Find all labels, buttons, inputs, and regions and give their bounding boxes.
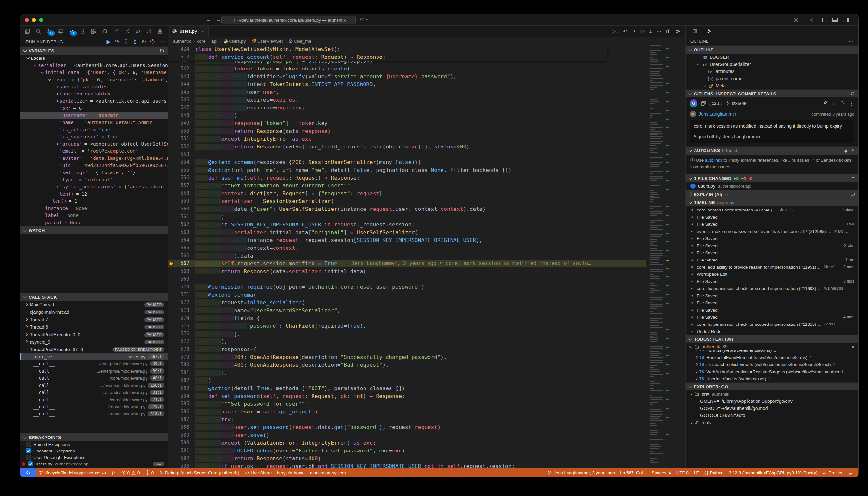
go-env-var[interactable]: GOENV=~/Library/Application Support/go/e… bbox=[686, 398, 858, 405]
settings-gear-icon[interactable] bbox=[806, 15, 816, 25]
stack-frame-row[interactable]: __call__.../enterprise/middleware.py39:1 bbox=[20, 367, 168, 374]
autolinks-section-header[interactable]: AUTOLINKS 0 found ◆ bbox=[686, 146, 858, 155]
status-item[interactable]: beryjuio-home bbox=[275, 468, 308, 477]
timeline-item[interactable]: File Saved bbox=[686, 249, 858, 256]
author-link[interactable]: Jens Langhammer bbox=[699, 111, 737, 117]
stack-frame-row[interactable]: __call__.../root/middleware.py275:1 bbox=[20, 403, 168, 410]
timeline-item[interactable]: File Saved4 mos bbox=[686, 313, 858, 321]
code-line-567[interactable]: 567········self.request.session.modified… bbox=[168, 260, 647, 267]
timeline-item[interactable]: events: make sure password set event has… bbox=[686, 228, 858, 235]
stack-frame-row[interactable]: __call__.../enterprise/middleware.py39:1 bbox=[20, 360, 168, 367]
zoom-window-button[interactable] bbox=[39, 18, 43, 22]
variable-row[interactable]: 'avatar'= 'data:image/svg+xml;base64,PHN… bbox=[20, 155, 168, 162]
code-line-572[interactable]: 572········request=inline_serializer( bbox=[168, 298, 647, 306]
step-out-button[interactable]: ↥ bbox=[133, 38, 137, 45]
code-line-568[interactable]: 568········return Response(data=serializ… bbox=[168, 267, 647, 275]
tab-users-py[interactable]: users.py × bbox=[168, 26, 208, 37]
code-line-557[interactable]: 557········"""Get information about curr… bbox=[168, 182, 647, 189]
thread-row[interactable]: Thread-7PAUSED bbox=[20, 316, 168, 323]
go-env-var[interactable]: GOTOOLCHAIN=auto bbox=[686, 412, 858, 419]
variable-row[interactable]: 'is_superuser'= True bbox=[20, 133, 168, 140]
code-line-578[interactable]: 578········responses={ bbox=[168, 345, 647, 353]
go-env-var[interactable]: GOMOD=~/dev/authentik/go.mod bbox=[686, 405, 858, 412]
code-area[interactable]: 424class UserViewSet(UsedByMixin, ModelV… bbox=[168, 45, 685, 468]
code-line-424[interactable]: 424class UserViewSet(UsedByMixin, ModelV… bbox=[168, 45, 607, 53]
code-line-547[interactable]: 547················expiring=expiring, bbox=[168, 104, 647, 111]
debug-icon[interactable]: 1 bbox=[66, 26, 77, 36]
variables-section-header[interactable]: VARIABLES bbox=[20, 46, 168, 55]
go-tools-folder[interactable]: tools bbox=[686, 419, 858, 426]
code-line-586[interactable]: 586········user: User = self.get_object(… bbox=[168, 408, 647, 416]
status-item[interactable]: 00 bbox=[119, 468, 143, 477]
changed-file-row[interactable]: ± users.py authentik/core/api bbox=[686, 182, 858, 190]
code-line-583[interactable]: 583····@action(detail=True, methods=["PO… bbox=[168, 384, 647, 392]
code-line-569[interactable]: 569 bbox=[168, 275, 647, 283]
minimize-window-button[interactable] bbox=[32, 18, 36, 22]
code-line-549[interactable]: 549············response["token"] = token… bbox=[168, 119, 647, 127]
status-item[interactable]: Spaces: 4 bbox=[649, 468, 674, 477]
code-line-554[interactable]: 554····@extend_schema(responses={200: Se… bbox=[168, 158, 647, 166]
code-line-546[interactable]: 546················expires=expires, bbox=[168, 96, 647, 104]
refresh-icon[interactable] bbox=[851, 91, 855, 96]
code-line-559[interactable]: 559········serializer = SessionUserSeria… bbox=[168, 197, 647, 205]
explorer-go-section-header[interactable]: EXPLORER: GO bbox=[686, 382, 858, 390]
variable-row[interactable]: 'settings'= {'locale': ''} bbox=[20, 169, 168, 176]
code-line-581[interactable]: 581········}, bbox=[168, 369, 647, 376]
timeline-item[interactable]: File Saved3 mos bbox=[686, 278, 858, 285]
compare-icon[interactable] bbox=[841, 100, 845, 107]
timeline-item[interactable]: File Saved2 wks bbox=[686, 242, 858, 249]
code-line-550[interactable]: 550············return Response(data=resp… bbox=[168, 127, 647, 135]
stack-frame-row[interactable]: __call__.../events/middleware.py156:1 bbox=[20, 382, 168, 389]
outline-view-icon[interactable] bbox=[691, 26, 699, 36]
code-line-573[interactable]: 573············name="UserPasswordSetSeri… bbox=[168, 306, 647, 314]
window-controls[interactable] bbox=[20, 18, 54, 22]
commits-stack-icon[interactable] bbox=[701, 101, 706, 106]
code-line-577[interactable]: 577········), bbox=[168, 338, 647, 345]
timeline-section-header[interactable]: TIMELINE users.py bbox=[686, 198, 858, 206]
stack-frame-row[interactable]: __call__.../core/middleware.py48:1 bbox=[20, 374, 168, 382]
code-line-587[interactable]: 587········try: bbox=[168, 416, 647, 423]
timeline-item[interactable]: core: fix permission check for scoped im… bbox=[686, 285, 858, 292]
files-changed-section-header[interactable]: 1 FILE CHANGED +0 ~1 -0 ≣ bbox=[686, 174, 858, 182]
variable-row[interactable]: len()= 1 bbox=[20, 198, 168, 205]
history-back-icon[interactable]: ← bbox=[206, 17, 211, 23]
status-item[interactable]: { }Python bbox=[702, 468, 726, 477]
timeline-item[interactable]: File Saved bbox=[686, 292, 858, 299]
code-line-590[interactable]: 590········except (ValidationError, Inte… bbox=[168, 439, 647, 447]
code-line-564[interactable]: 564················instance=request._req… bbox=[168, 236, 647, 244]
status-item[interactable]: Prettier bbox=[820, 468, 845, 477]
breakpoints-section-header[interactable]: BREAKPOINTS bbox=[20, 433, 168, 441]
variable-row[interactable]: 'is_active'= True bbox=[20, 126, 168, 133]
status-item[interactable]: Ln 567, Col 1 bbox=[618, 468, 649, 477]
code-line-558[interactable]: 558········context: dict[str, Request] =… bbox=[168, 189, 647, 197]
files-icon[interactable] bbox=[22, 26, 32, 36]
commit-sha[interactable]: f285096 bbox=[725, 101, 747, 106]
step-back-icon[interactable]: ↶ bbox=[623, 28, 627, 34]
thread-row[interactable]: asyncio_0PAUSED bbox=[20, 338, 168, 346]
accounts-icon[interactable] bbox=[791, 15, 801, 25]
continue-button[interactable]: ▶︎ bbox=[106, 38, 110, 45]
minimap[interactable] bbox=[649, 45, 664, 468]
outline-item[interactable]: [⊘]parent_name bbox=[686, 75, 858, 82]
status-item[interactable]: 3.12.8 ('authentik-xEAhpGPh-py3.12': Poe… bbox=[726, 468, 820, 477]
github-icon[interactable] bbox=[100, 26, 110, 36]
ahead-behind-pill[interactable]: 12 ± bbox=[709, 101, 722, 106]
variable-row[interactable]: serializer= <authentik.core.api.users.Us… bbox=[20, 97, 168, 105]
gear-icon[interactable] bbox=[851, 148, 855, 153]
timeline-item[interactable]: File Saved bbox=[686, 306, 858, 313]
checkbox[interactable] bbox=[26, 455, 31, 460]
code-line-543[interactable]: 543················identifier=slugify(va… bbox=[168, 73, 647, 80]
history-forward-icon[interactable]: → bbox=[216, 17, 221, 23]
status-item[interactable] bbox=[845, 468, 855, 477]
code-line-582[interactable]: 582····) bbox=[168, 376, 647, 384]
code-line-551[interactable]: 551········except IntegrityError as exc: bbox=[168, 135, 647, 143]
timeline-item[interactable]: Workspace Edit bbox=[686, 270, 858, 278]
copilot-menu[interactable] bbox=[360, 17, 368, 22]
hierarchy-icon[interactable] bbox=[155, 26, 165, 36]
status-item[interactable]: Live Share bbox=[242, 468, 275, 477]
history-icon[interactable] bbox=[144, 26, 154, 36]
variable-row[interactable]: 'type'= 'internal' bbox=[20, 176, 168, 183]
code-line-553[interactable]: 553 bbox=[168, 150, 647, 158]
code-line-556[interactable]: 556····def user_me(self, request: Reques… bbox=[168, 174, 647, 182]
test-icon[interactable] bbox=[78, 26, 88, 36]
